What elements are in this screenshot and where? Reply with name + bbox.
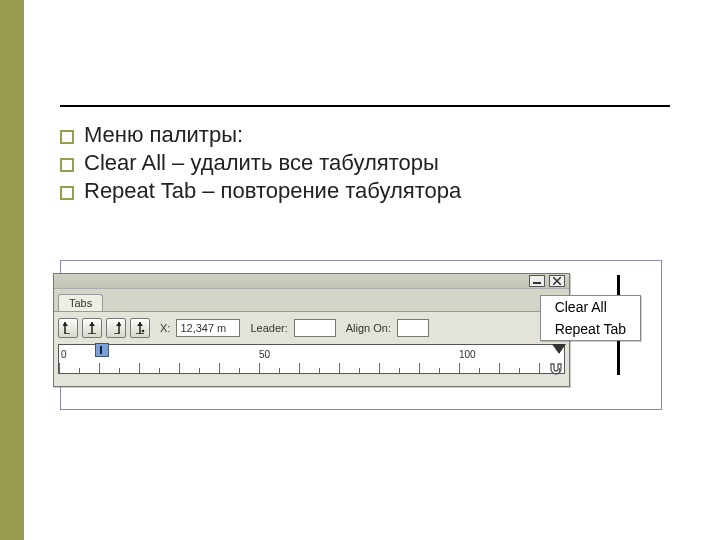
tabs-palette: Tabs X: — [53, 273, 570, 387]
ruler-tick — [359, 368, 360, 373]
ruler-tick — [179, 363, 180, 373]
tab-align-decimal-button[interactable] — [130, 318, 150, 338]
ruler-tick — [479, 368, 480, 373]
ruler-tick — [419, 363, 420, 373]
tab-tabs[interactable]: Tabs — [58, 294, 103, 311]
ruler-tick — [139, 363, 140, 373]
bullet-icon — [60, 130, 74, 144]
close-button[interactable] — [549, 275, 565, 287]
ruler-tick — [339, 363, 340, 373]
ruler-tick — [259, 363, 260, 373]
menu-item-repeat-tab[interactable]: Repeat Tab — [541, 318, 640, 340]
bullet-row: Repeat Tab – повторение табулятора — [60, 178, 680, 204]
ruler[interactable]: 0 50 100 — [58, 344, 565, 374]
bullet-row: Меню палитры: — [60, 122, 680, 148]
ruler-label-0: 0 — [61, 349, 67, 360]
align-on-field[interactable] — [397, 319, 429, 337]
tab-align-left-button[interactable] — [58, 318, 78, 338]
ruler-tick — [539, 363, 540, 373]
ruler-tick — [399, 368, 400, 373]
magnet-button[interactable] — [549, 362, 563, 376]
align-on-label: Align On: — [340, 322, 393, 334]
tab-right-icon — [111, 322, 121, 334]
ruler-tick — [519, 368, 520, 373]
bullet-row: Clear All – удалить все табуляторы — [60, 150, 680, 176]
figure-border: Tabs X: — [60, 260, 662, 410]
ruler-tick — [459, 363, 460, 373]
ruler-label-50: 50 — [259, 349, 270, 360]
ruler-tick — [119, 368, 120, 373]
palette-flyout-menu: Clear All Repeat Tab — [540, 295, 641, 341]
ruler-label-100: 100 — [459, 349, 476, 360]
tab-center-icon — [87, 322, 97, 334]
title-rule — [60, 105, 670, 107]
tab-decimal-icon — [135, 322, 145, 334]
tab-left-icon — [63, 322, 73, 334]
x-field-value: 12,347 m — [180, 322, 226, 334]
ruler-tick — [239, 368, 240, 373]
palette-titlebar — [54, 274, 569, 289]
ruler-tick — [59, 363, 60, 373]
ruler-tick — [199, 368, 200, 373]
tab-strip: Tabs — [54, 289, 569, 312]
ruler-tick — [439, 368, 440, 373]
ruler-tick — [319, 368, 320, 373]
x-field[interactable]: 12,347 m — [176, 319, 240, 337]
ruler-tick — [79, 368, 80, 373]
tab-marker[interactable] — [95, 343, 109, 357]
menu-item-label: Clear All — [555, 299, 607, 315]
leader-label: Leader: — [244, 322, 289, 334]
bullet-icon — [60, 158, 74, 172]
ruler-tick — [299, 363, 300, 373]
ruler-tick — [379, 363, 380, 373]
ruler-tick — [499, 363, 500, 373]
close-icon — [553, 277, 561, 285]
bullet-icon — [60, 186, 74, 200]
ruler-tick — [159, 368, 160, 373]
ruler-row: 0 50 100 — [54, 344, 569, 386]
ruler-tick — [279, 368, 280, 373]
ruler-end-marker[interactable] — [552, 344, 566, 354]
minimize-button[interactable] — [529, 275, 545, 287]
left-stripe — [0, 0, 24, 540]
figure: Tabs X: — [60, 260, 662, 410]
bullet-text: Clear All – удалить все табуляторы — [84, 150, 439, 176]
slide: Меню палитры: Clear All – удалить все та… — [0, 0, 720, 540]
magnet-icon — [549, 362, 563, 376]
svg-point-0 — [142, 330, 145, 333]
bullet-text: Repeat Tab – повторение табулятора — [84, 178, 461, 204]
leader-field[interactable] — [294, 319, 336, 337]
x-label: X: — [154, 322, 172, 334]
controls-row: X: 12,347 m Leader: Align On: — [54, 312, 569, 342]
ruler-tick — [219, 363, 220, 373]
tab-align-center-button[interactable] — [82, 318, 102, 338]
ruler-tick — [99, 363, 100, 373]
content: Меню палитры: Clear All – удалить все та… — [60, 120, 680, 206]
tab-align-right-button[interactable] — [106, 318, 126, 338]
menu-item-label: Repeat Tab — [555, 321, 626, 337]
menu-item-clear-all[interactable]: Clear All — [541, 296, 640, 318]
tab-label: Tabs — [69, 297, 92, 309]
bullet-text: Меню палитры: — [84, 122, 243, 148]
